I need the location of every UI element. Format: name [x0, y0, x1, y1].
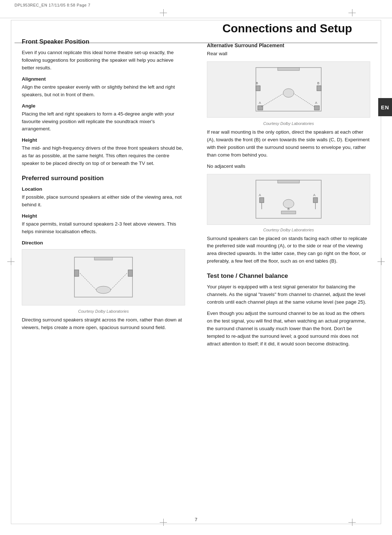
svg-rect-11	[314, 106, 319, 110]
svg-text:B: B	[317, 81, 319, 85]
height-heading-front: Height	[22, 137, 185, 143]
alignment-heading: Alignment	[22, 76, 185, 82]
svg-text:B: B	[256, 81, 258, 85]
en-tab: EN	[378, 98, 392, 116]
direction-diagram	[22, 249, 185, 305]
courtesy-label-adjacent: Courtesy Dolby Laboratories	[207, 228, 370, 232]
crosshair-bottom-right	[348, 519, 356, 526]
svg-rect-23	[260, 198, 264, 203]
rear-wall-diagram: A A B B	[207, 61, 370, 118]
front-speaker-title: Front Speaker Position	[22, 38, 185, 45]
svg-line-18	[261, 94, 283, 107]
svg-line-19	[294, 94, 314, 107]
page-wrapper: DPL953REC_EN 17/11/05 8:58 Page 7 EN Con…	[0, 0, 392, 535]
rear-wall-label: Rear wall	[207, 50, 370, 58]
svg-point-8	[283, 89, 294, 97]
height-text-surround: If space permits, install surround speak…	[22, 220, 185, 236]
svg-rect-15	[317, 86, 321, 91]
crosshair-mid-right	[377, 258, 385, 265]
page-number: 7	[195, 517, 197, 522]
preferred-surround-title: Preferred surround position	[22, 175, 185, 182]
crosshair-bottom-left	[160, 519, 167, 526]
svg-rect-4	[128, 270, 132, 276]
svg-rect-1	[94, 257, 113, 260]
direction-heading: Direction	[22, 240, 185, 246]
svg-rect-24	[313, 198, 318, 203]
no-adjacent-svg: A A B	[249, 177, 328, 222]
courtesy-label-rear: Courtesy Dolby Laboratories	[207, 121, 370, 126]
crosshair-top-right	[348, 9, 356, 16]
test-tone-para1: Your player is equipped with a test sign…	[207, 283, 370, 306]
svg-line-5	[80, 273, 96, 290]
alignment-text: Align the centre speaker evenly with or …	[22, 84, 185, 99]
rear-wall-text: If rear wall mounting is the only option…	[207, 129, 370, 159]
height-text-front: The mid- and high-frequency drivers of t…	[22, 145, 185, 167]
svg-text:A: A	[259, 101, 261, 105]
angle-heading: Angle	[22, 103, 185, 109]
angle-text: Placing the left and right speakers to f…	[22, 110, 185, 133]
front-speaker-intro: Even if you cannot replicate this ideal …	[22, 49, 185, 72]
rear-wall-svg: A A B B	[249, 64, 328, 115]
height-heading-surround: Height	[22, 213, 185, 219]
surround-text: Surround speakers can be placed on stand…	[207, 235, 370, 266]
svg-rect-9	[278, 68, 299, 70]
direction-diagram-svg	[67, 254, 140, 301]
courtesy-label-direction: Courtesy Dolby Laboratories	[22, 309, 185, 313]
header-meta: DPL953REC_EN 17/11/05 8:58 Page 7	[15, 3, 90, 7]
svg-text:A: A	[313, 193, 315, 197]
svg-text:B: B	[287, 207, 290, 211]
crosshair-mid-left	[7, 258, 15, 265]
svg-rect-3	[74, 270, 79, 276]
test-tone-title: Test tone / Channel balance	[207, 272, 370, 280]
location-heading: Location	[22, 186, 185, 192]
svg-point-2	[96, 286, 111, 293]
svg-text:A: A	[315, 101, 317, 105]
svg-text:A: A	[259, 193, 261, 197]
direction-text: Directing surround speakers straight acr…	[22, 316, 185, 332]
no-adjacent-label: No adjacent walls	[207, 163, 370, 170]
right-column: Alternative Surround Placement Rear wall…	[203, 38, 370, 517]
svg-rect-29	[281, 211, 296, 214]
left-column: Front Speaker Position Even if you canno…	[22, 38, 189, 517]
svg-rect-22	[278, 180, 299, 183]
crosshair-top-left	[160, 9, 167, 16]
location-text: If possible, place surround speakers at …	[22, 194, 185, 209]
content-area: Front Speaker Position Even if you canno…	[22, 38, 370, 517]
test-tone-para2: Even though you adjust the surround chan…	[207, 310, 370, 348]
header-bar: DPL953REC_EN 17/11/05 8:58 Page 7	[0, 0, 392, 18]
svg-rect-14	[256, 86, 260, 91]
svg-line-6	[111, 273, 127, 290]
no-adjacent-diagram: A A B	[207, 174, 370, 225]
alt-surround-title: Alternative Surround Placement	[207, 42, 370, 48]
